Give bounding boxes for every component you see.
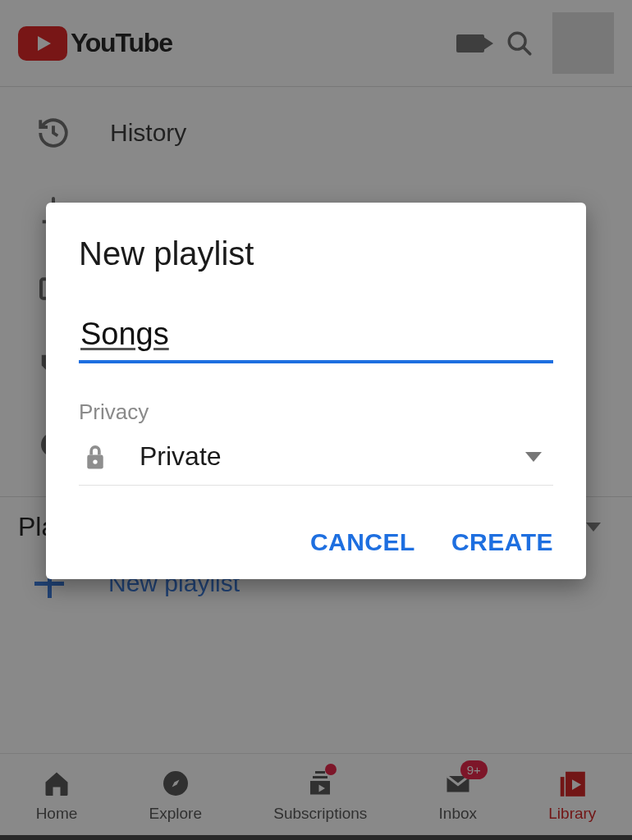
cancel-button[interactable]: CANCEL [310, 528, 415, 556]
youtube-library-screen: YouTube History [0, 0, 632, 840]
chevron-down-icon [525, 452, 542, 462]
privacy-dropdown[interactable]: Private [79, 436, 553, 486]
dialog-actions: CANCEL CREATE [79, 528, 553, 556]
create-button[interactable]: CREATE [451, 528, 553, 556]
privacy-value: Private [140, 441, 222, 472]
new-playlist-dialog: New playlist Privacy Private CANCEL CREA… [46, 203, 586, 579]
svg-point-16 [93, 459, 97, 463]
privacy-label: Privacy [79, 399, 553, 425]
lock-icon [80, 442, 110, 472]
dialog-title: New playlist [79, 235, 553, 272]
playlist-title-input[interactable] [79, 312, 553, 363]
